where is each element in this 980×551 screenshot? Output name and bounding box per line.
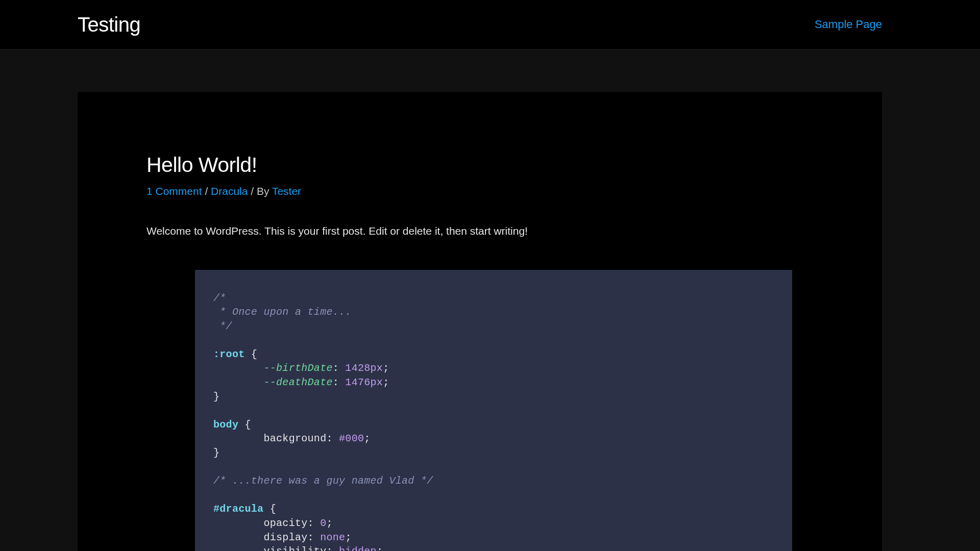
code-property: opacity <box>263 517 307 529</box>
post-meta: 1 Comment / Dracula / By Tester <box>146 185 813 197</box>
meta-by-text: / By <box>248 185 272 197</box>
code-indent <box>213 377 263 388</box>
code-brace: { <box>238 419 251 431</box>
post-body-text: Welcome to WordPress. This is your first… <box>146 223 813 239</box>
code-semicolon: ; <box>364 433 370 444</box>
code-colon: : <box>333 362 346 374</box>
code-indent <box>213 362 263 374</box>
meta-separator: / <box>202 185 211 197</box>
code-brace: { <box>245 348 258 360</box>
code-semicolon: ; <box>377 545 383 551</box>
code-selector: body <box>213 419 238 431</box>
code-selector: #dracula <box>213 503 263 515</box>
author-link[interactable]: Tester <box>272 185 301 197</box>
code-comment: /* ...there was a guy named Vlad */ <box>213 475 433 487</box>
code-comment: /* <box>213 292 226 304</box>
code-comment: */ <box>213 320 232 332</box>
code-colon: : <box>326 433 339 444</box>
code-colon: : <box>326 545 339 551</box>
code-variable: --birthDate <box>263 362 332 374</box>
nav-link-sample-page[interactable]: Sample Page <box>815 18 882 31</box>
code-semicolon: ; <box>383 377 389 388</box>
code-colon: : <box>308 532 321 543</box>
code-value: 0 <box>320 517 326 529</box>
code-value: 1476px <box>345 377 383 388</box>
code-indent <box>213 517 263 529</box>
site-header: Testing Sample Page <box>0 0 980 49</box>
code-value: none <box>320 532 345 543</box>
code-selector: :root <box>213 348 245 360</box>
code-comment: * Once upon a time... <box>213 306 352 318</box>
code-indent <box>213 532 263 543</box>
code-indent <box>213 433 263 444</box>
code-value: hidden <box>339 545 377 551</box>
code-value: #000 <box>339 433 364 444</box>
category-link[interactable]: Dracula <box>211 185 248 197</box>
code-property: display <box>263 532 307 543</box>
code-indent <box>213 545 263 551</box>
code-value: 1428px <box>345 362 383 374</box>
content-wrapper: Hello World! 1 Comment / Dracula / By Te… <box>0 49 980 551</box>
code-variable: --deathDate <box>263 377 332 388</box>
post-title: Hello World! <box>146 153 813 177</box>
code-colon: : <box>333 377 346 388</box>
code-semicolon: ; <box>383 362 389 374</box>
code-colon: : <box>308 517 321 529</box>
post-card: Hello World! 1 Comment / Dracula / By Te… <box>78 92 882 551</box>
code-semicolon: ; <box>326 517 332 529</box>
code-property: background <box>263 433 326 444</box>
code-brace: { <box>263 503 276 515</box>
code-block: /* * Once upon a time... */ :root { --bi… <box>195 270 792 552</box>
code-brace: } <box>213 447 219 459</box>
comments-link[interactable]: 1 Comment <box>146 185 202 197</box>
code-semicolon: ; <box>345 532 351 543</box>
site-title[interactable]: Testing <box>78 13 140 36</box>
code-property: visibility <box>263 545 326 551</box>
code-brace: } <box>213 391 219 403</box>
